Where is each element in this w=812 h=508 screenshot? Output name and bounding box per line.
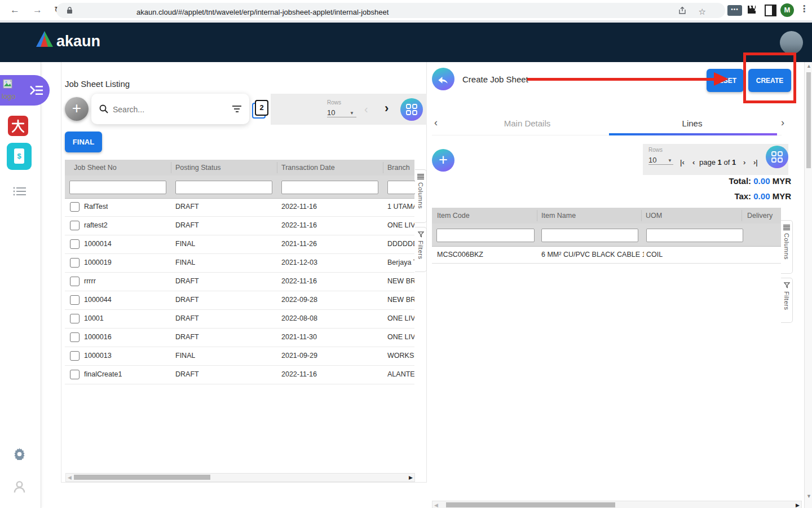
scroll-right-icon[interactable]: ▶	[796, 502, 800, 508]
listing-filters-tab[interactable]: Filters	[415, 227, 427, 272]
page-vscroll-thumb[interactable]	[806, 72, 811, 168]
table-row[interactable]: rrrrrDRAFT2022-11-16NEW BRA	[65, 273, 414, 291]
row-checkbox[interactable]	[70, 277, 80, 286]
page-vscrollbar[interactable]: ▲ ▼	[804, 62, 812, 508]
scroll-left-icon[interactable]: ◀	[68, 475, 72, 480]
share-icon[interactable]	[678, 6, 687, 15]
row-checkbox[interactable]	[70, 202, 80, 212]
filter-item-code[interactable]	[436, 229, 535, 242]
line-row[interactable]: MCSC006BKZ 6 MM² CU/PVC BLACK CABLE 1...…	[432, 246, 781, 264]
rows-dropdown-arrow-icon[interactable]: ▼	[668, 158, 672, 163]
next-page-icon[interactable]: ›	[385, 101, 389, 116]
browser-toolbar: ← → ↻ akaun.cloud/#/applet/tnt/wavelet/e…	[0, 0, 812, 23]
filter-uom[interactable]	[646, 229, 743, 242]
last-page-icon[interactable]: ›|	[753, 158, 758, 167]
password-extension-icon[interactable]: •••	[727, 5, 742, 16]
search-input[interactable]	[112, 102, 221, 117]
prev-page-icon[interactable]: ‹	[692, 158, 695, 167]
add-line-button[interactable]: +	[432, 149, 454, 172]
sidebar-app-finance-icon[interactable]: $	[7, 143, 32, 170]
first-page-icon[interactable]: |‹	[680, 158, 685, 167]
row-checkbox[interactable]	[70, 221, 80, 230]
table-row[interactable]: 1000016DRAFT2021-11-30ONE LIVIN	[65, 329, 414, 347]
table-row[interactable]: 1000014FINAL2021-11-26DDDDDD	[65, 235, 414, 254]
active-tab-underline	[609, 133, 777, 135]
table-row[interactable]: 10001DRAFT2022-08-08ONE LIVIN	[65, 310, 414, 329]
row-checkbox[interactable]	[70, 314, 80, 323]
scroll-down-icon[interactable]: ▼	[806, 493, 811, 499]
col-delivery[interactable]: Delivery	[747, 212, 773, 220]
lines-filters-tab[interactable]: Filters	[781, 278, 793, 323]
bookmark-star-icon[interactable]: ☆	[699, 7, 706, 17]
table-row[interactable]: 1000013FINAL2021-09-29WORKSH	[65, 347, 414, 366]
lines-table-header: Item Code Item Name UOM Delivery	[432, 208, 781, 224]
money-voucher-icon: $	[14, 148, 24, 164]
table-row[interactable]: RafTestDRAFT2022-11-161 UTAMA	[65, 198, 414, 217]
scroll-right-icon[interactable]: ▶	[409, 475, 413, 480]
sidebar-app-da-icon[interactable]	[8, 116, 28, 136]
filter-job-sheet-no[interactable]	[69, 181, 166, 194]
line-item-name: 6 MM² CU/PVC BLACK CABLE 1...	[541, 251, 644, 259]
col-uom[interactable]: UOM	[646, 212, 662, 220]
row-checkbox[interactable]	[70, 239, 80, 249]
broken-image-icon	[3, 79, 14, 90]
col-item-code[interactable]: Item Code	[437, 212, 470, 220]
scroll-up-icon[interactable]: ▲	[806, 63, 811, 69]
detail-grid-view-button[interactable]	[766, 146, 788, 168]
table-row[interactable]: finalCreate1DRAFT2022-11-16ALANTES	[65, 366, 414, 384]
detail-hscrollbar[interactable]: ◀ ▶	[432, 501, 802, 508]
collapse-menu-icon[interactable]	[29, 84, 44, 97]
col-transaction-date[interactable]: Transaction Date	[281, 164, 335, 172]
listing-hscroll-thumb[interactable]	[74, 475, 210, 480]
tabs-next-icon[interactable]: ›	[781, 117, 784, 129]
line-item-code: MCSC006BKZ	[437, 251, 483, 259]
filter-posting-status[interactable]	[175, 181, 272, 194]
back-button[interactable]	[432, 68, 454, 90]
filter-branch[interactable]	[387, 181, 416, 194]
listing-hscrollbar[interactable]: ◀ ▶	[65, 473, 415, 482]
row-checkbox[interactable]	[70, 370, 80, 379]
side-panel-icon[interactable]	[765, 5, 776, 16]
tab-lines[interactable]: Lines	[654, 119, 730, 128]
listing-columns-tab[interactable]: Columns	[415, 169, 427, 223]
tabs-prev-icon[interactable]: ‹	[434, 117, 438, 129]
line-uom: COIL	[646, 251, 663, 259]
col-posting-status[interactable]: Posting Status	[175, 164, 221, 172]
duplicate-pages-icon[interactable]: 2	[252, 100, 268, 118]
browser-forward-icon[interactable]: →	[33, 0, 42, 20]
col-item-name[interactable]: Item Name	[541, 212, 576, 220]
browser-profile-avatar[interactable]: M	[780, 3, 794, 17]
row-checkbox[interactable]	[70, 258, 80, 268]
add-job-sheet-button[interactable]: +	[65, 97, 89, 121]
sidebar-list-icon[interactable]	[13, 186, 27, 196]
lines-columns-tab[interactable]: Columns	[781, 220, 793, 274]
table-row[interactable]: raftest2DRAFT2022-11-16ONE LIVIN	[65, 217, 414, 235]
col-job-sheet-no[interactable]: Job Sheet No	[74, 164, 117, 172]
table-row[interactable]: 1000044DRAFT2022-09-28NEW BRA	[65, 291, 414, 310]
search-filter-icon[interactable]	[232, 106, 241, 112]
filter-item-name[interactable]	[541, 229, 638, 242]
sidebar-logo-pill[interactable]: logo	[0, 75, 50, 106]
detail-hscroll-thumb[interactable]	[446, 502, 615, 507]
next-page-icon[interactable]: ›	[743, 158, 745, 167]
row-checkbox[interactable]	[70, 332, 80, 342]
user-avatar[interactable]	[780, 31, 803, 54]
browser-menu-icon[interactable]: ⋮	[800, 3, 809, 14]
scroll-left-icon[interactable]: ◀	[434, 502, 438, 508]
table-row[interactable]: 1000019FINAL2021-12-03Berjaya Ti	[65, 254, 414, 273]
final-filter-button[interactable]: FINAL	[65, 132, 102, 152]
rows-dropdown-arrow-icon[interactable]: ▼	[350, 111, 354, 116]
browser-back-icon[interactable]: ←	[10, 0, 20, 20]
row-checkbox[interactable]	[70, 295, 80, 305]
row-checkbox[interactable]	[70, 351, 80, 361]
settings-gear-icon[interactable]	[13, 447, 26, 460]
filter-transaction-date[interactable]	[281, 181, 378, 194]
listing-grid-view-button[interactable]	[400, 98, 423, 121]
col-branch[interactable]: Branch	[387, 164, 410, 172]
extensions-puzzle-icon[interactable]	[747, 5, 757, 15]
profile-person-icon[interactable]	[13, 480, 26, 493]
address-bar[interactable]: akaun.cloud/#/applet/tnt/wavelet/erp/int…	[56, 3, 725, 18]
total-value: 0.00	[753, 176, 770, 186]
prev-page-icon[interactable]: ‹	[364, 103, 368, 116]
tab-main-details[interactable]: Main Details	[462, 119, 592, 128]
